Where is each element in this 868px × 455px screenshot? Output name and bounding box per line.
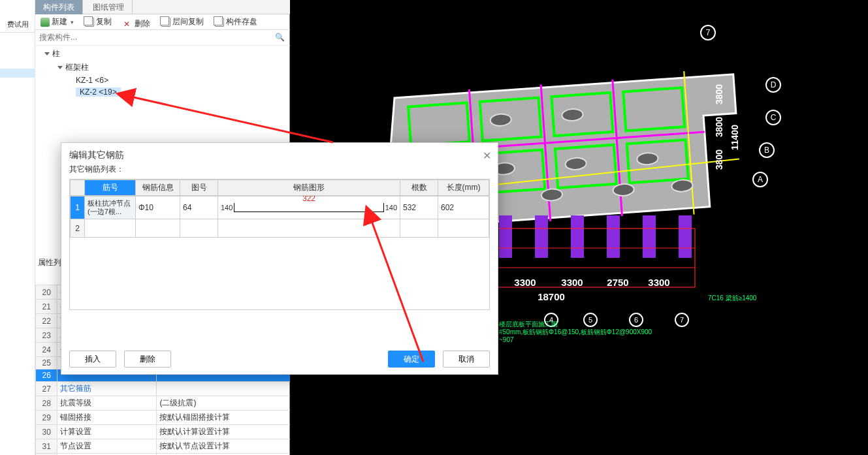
row-number[interactable]: 1: [71, 196, 85, 219]
cancel-button[interactable]: 取消: [443, 351, 490, 368]
new-icon: [40, 18, 50, 27]
tab-drawings[interactable]: 图纸管理: [85, 0, 133, 14]
far-left-strip: 费试用: [0, 0, 35, 455]
layer-copy-icon: [161, 18, 170, 27]
cell-shape[interactable]: 140 322 140: [218, 196, 400, 219]
tree-item-kz1[interactable]: KZ-1 <6>: [72, 74, 285, 86]
search-input[interactable]: [35, 30, 270, 44]
tab-components[interactable]: 构件列表: [35, 0, 83, 14]
svg-rect-24: [535, 215, 548, 258]
trial-label: 费试用: [0, 20, 35, 33]
svg-rect-26: [607, 215, 620, 258]
save-component-button[interactable]: 构件存盘: [212, 16, 260, 27]
tree-item-kz2[interactable]: KZ-2 <19>: [72, 86, 285, 98]
svg-text:B: B: [764, 146, 769, 155]
panel-tabs: 构件列表 图纸管理: [35, 0, 290, 14]
svg-text:3800: 3800: [714, 149, 724, 170]
svg-text:11400: 11400: [730, 125, 740, 150]
col-fig[interactable]: 图号: [180, 180, 218, 196]
chevron-down-icon: ▾: [71, 19, 74, 25]
edit-other-rebar-dialog: 编辑其它钢筋 ✕ 其它钢筋列表： 筋号 钢筋信息 图号 钢筋图形 根数 长度(m…: [61, 142, 498, 375]
svg-text:18700: 18700: [538, 291, 565, 302]
save-icon: [215, 18, 224, 27]
cell-fig[interactable]: 64: [180, 196, 218, 219]
property-row[interactable]: 29锚固搭接按默认锚固搭接计算: [36, 411, 325, 425]
tree-node-frame-column[interactable]: 框架柱: [54, 61, 285, 74]
col-corner[interactable]: [71, 180, 85, 196]
cell-count[interactable]: 532: [400, 196, 438, 219]
svg-text:A: A: [758, 175, 763, 184]
svg-text:3300: 3300: [561, 277, 583, 288]
cell-no[interactable]: 板柱抗冲节点 (一边7根...: [85, 196, 136, 219]
copy-icon: [85, 18, 94, 27]
svg-text:C: C: [771, 113, 777, 122]
rebar-grid: 筋号 钢筋信息 图号 钢筋图形 根数 长度(mm) 1 板柱抗冲节点 (一边7根…: [69, 179, 490, 310]
chevron-down-icon: [57, 66, 63, 69]
svg-text:~907: ~907: [499, 336, 514, 343]
svg-rect-28: [679, 215, 692, 258]
col-rebar-info[interactable]: 钢筋信息: [136, 180, 180, 196]
delete-button[interactable]: ✕删除: [121, 18, 153, 29]
svg-text:D: D: [771, 80, 777, 89]
col-count[interactable]: 根数: [400, 180, 438, 196]
property-row[interactable]: 28抗震等级(二级抗震): [36, 396, 325, 411]
delete-row-button[interactable]: 删除: [124, 351, 171, 368]
col-rebar-no[interactable]: 筋号: [85, 180, 136, 196]
chevron-down-icon: [44, 52, 50, 55]
close-icon[interactable]: ✕: [483, 149, 491, 162]
col-length[interactable]: 长度(mm): [438, 180, 489, 196]
svg-text:7C16 梁筋≥1400: 7C16 梁筋≥1400: [708, 294, 757, 302]
dialog-subtitle: 其它钢筋列表：: [61, 164, 498, 179]
component-toolbar: 新建▾ 复制 ✕删除 层间复制 构件存盘: [35, 14, 290, 30]
svg-text:3800: 3800: [714, 84, 724, 104]
col-shape[interactable]: 钢筋图形: [218, 180, 400, 196]
dialog-title: 编辑其它钢筋: [61, 143, 498, 164]
dialog-footer: 插入 删除 确定 取消: [61, 344, 498, 374]
ok-button[interactable]: 确定: [388, 351, 435, 368]
insert-button[interactable]: 插入: [69, 351, 116, 368]
property-row[interactable]: 31节点设置按默认节点设置计算: [36, 439, 325, 454]
svg-text:6: 6: [634, 316, 638, 324]
cell-info[interactable]: Φ10: [136, 196, 180, 219]
svg-text:5: 5: [588, 316, 592, 324]
svg-text:3300: 3300: [648, 277, 669, 288]
search-icon[interactable]: 🔍: [275, 33, 285, 42]
tree-node-column[interactable]: 柱: [40, 47, 285, 61]
new-button[interactable]: 新建▾: [38, 16, 76, 27]
rebar-row[interactable]: 1 板柱抗冲节点 (一边7根... Φ10 64 140 322 140 532: [71, 196, 489, 219]
svg-rect-27: [643, 215, 656, 258]
svg-text:楼层底板平面施工图: 楼层底板平面施工图: [499, 321, 558, 328]
rebar-row[interactable]: 2: [71, 219, 489, 238]
svg-text:7: 7: [706, 28, 711, 37]
svg-text:#50mm,板筋钢筋Φ16@150,板筋钢筋Φ12@900X: #50mm,板筋钢筋Φ16@150,板筋钢筋Φ12@900X900: [499, 328, 652, 336]
search-row: 🔍: [35, 30, 290, 46]
component-tree: 柱 框架柱 KZ-1 <6> KZ-2 <19>: [40, 47, 285, 98]
svg-text:7: 7: [680, 316, 684, 324]
property-row[interactable]: 27其它箍筋: [36, 382, 325, 396]
copy-button[interactable]: 复制: [82, 16, 114, 27]
cell-length[interactable]: 602: [438, 196, 489, 219]
svg-rect-25: [571, 215, 584, 258]
svg-text:3300: 3300: [514, 277, 536, 288]
property-row[interactable]: 30计算设置按默认计算设置计算: [36, 425, 325, 439]
leftstrip-selection[interactable]: [0, 69, 35, 78]
svg-rect-23: [499, 215, 512, 258]
layer-copy-button[interactable]: 层间复制: [159, 16, 206, 27]
delete-icon: ✕: [123, 20, 133, 29]
svg-text:3800: 3800: [714, 117, 724, 137]
svg-text:2750: 2750: [607, 277, 628, 288]
row-number[interactable]: 2: [71, 219, 85, 238]
